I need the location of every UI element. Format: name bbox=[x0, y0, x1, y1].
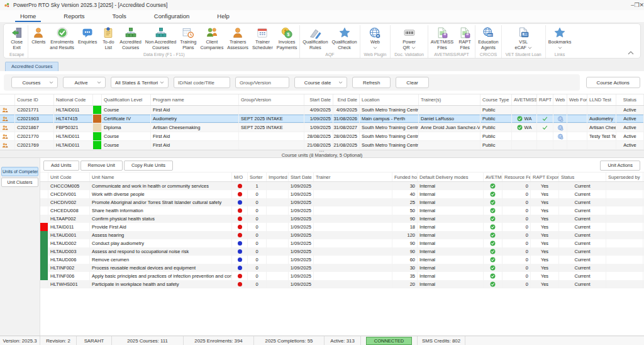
menu-item-home[interactable]: Home bbox=[6, 10, 50, 22]
ribbon-button-client-companies[interactable]: ClientCompanies bbox=[198, 25, 225, 50]
col-header-trainers[interactable]: Trainer(s) bbox=[419, 94, 480, 105]
ribbon-button-education-agents[interactable]: ABCEducationAgents bbox=[476, 25, 500, 50]
col-header-course-type[interactable]: Course Type bbox=[480, 94, 512, 105]
col-header-course-id[interactable]: Course ID bbox=[15, 94, 54, 105]
unit-row[interactable]: HLTAUD002Conduct play audiometry01/09/20… bbox=[40, 239, 644, 247]
col-header-web-form[interactable]: Web Form bbox=[567, 94, 587, 105]
unit-row[interactable]: HLTAID011Provide First Aid01/09/202518In… bbox=[40, 223, 644, 231]
id-code-title-input[interactable] bbox=[174, 77, 230, 88]
col-header-color[interactable] bbox=[40, 172, 48, 181]
col-header-unit-code[interactable]: Unit Code bbox=[48, 172, 90, 181]
state-select[interactable]: All States & Territories bbox=[111, 77, 169, 88]
col-header-superseded-by[interactable]: Superseded by bbox=[606, 172, 643, 181]
col-header-status[interactable]: Status bbox=[559, 172, 606, 181]
col-header-avetmiss[interactable]: AVETMISS bbox=[484, 172, 502, 181]
ribbon-button-non-accredited-courses[interactable]: Non AccreditedCourses bbox=[143, 25, 179, 50]
ribbon-button-vsl-ecaf[interactable]: VSLeCAF bbox=[513, 25, 534, 50]
course-row[interactable]: C2021770HLTAID011CourseFirst Aid28/08/20… bbox=[0, 132, 644, 141]
unit-row[interactable]: HLTAUD001Assess hearing01/09/2025120Inte… bbox=[40, 231, 644, 239]
ribbon-button-close-exit[interactable]: CloseExit bbox=[8, 25, 26, 50]
remove-unit-button[interactable]: Remove Unit bbox=[80, 161, 123, 171]
side-tab-unit-clusters[interactable]: Unit Clusters bbox=[1, 178, 38, 187]
ribbon-button-enrolments-and-results[interactable]: Enrolmentsand Results bbox=[48, 25, 76, 50]
unit-row[interactable]: CHCEDU008Share health information01/09/2… bbox=[40, 206, 644, 215]
ribbon-button-invoices-payments[interactable]: $$InvoicesPayments bbox=[275, 25, 299, 50]
col-header-delivery[interactable]: Default Delivery modes bbox=[418, 172, 484, 181]
refresh-button[interactable]: Refresh bbox=[352, 77, 391, 88]
ribbon-button-rapt-files[interactable]: RAPTFiles bbox=[455, 25, 474, 50]
ribbon-button-qualification-check[interactable]: QualificationCheck bbox=[330, 25, 358, 50]
col-header-sorter[interactable]: Sorter bbox=[248, 172, 267, 181]
col-header-national-code[interactable]: National Code bbox=[54, 94, 93, 105]
col-header-rapt[interactable]: RAPT bbox=[537, 94, 553, 105]
unit-row[interactable]: HLTAUD006Remove cerumen01/09/202560Inter… bbox=[40, 256, 644, 264]
col-header-llnd-test[interactable]: LLND Test bbox=[587, 94, 616, 105]
col-header-qualification-level[interactable]: Qualification Level bbox=[102, 94, 151, 105]
col-header-resource-fee[interactable]: Resource Fee bbox=[502, 172, 531, 181]
menu-item-reports[interactable]: Reports bbox=[50, 10, 98, 22]
unit-row[interactable]: HLTINF002Process reusable medical device… bbox=[40, 264, 644, 272]
unit-row[interactable]: CHCDIV001Work with diverse people01/09/2… bbox=[40, 190, 644, 198]
course-row[interactable]: C2021903HLT47415Certificate IVAudiometry… bbox=[0, 115, 644, 123]
col-header-start-date[interactable]: Start Date bbox=[289, 172, 314, 181]
col-header-rapt-export[interactable]: RAPT Export bbox=[531, 172, 559, 181]
copy-rule-units-button[interactable]: Copy Rule Units bbox=[124, 161, 173, 171]
menu-item-help[interactable]: Help bbox=[203, 10, 243, 22]
unit-row[interactable]: HLTWHS001Participate in workplace health… bbox=[40, 280, 644, 288]
course-row[interactable]: C2021867FBP50321DiplomaArtisan Cheesemak… bbox=[0, 123, 644, 132]
col-header-avetmiss[interactable]: AVETMISS bbox=[512, 94, 537, 105]
splitter-bar[interactable]: ••• Course units (8 Mandatory, 5 Optiona… bbox=[0, 150, 644, 158]
col-header-imported[interactable]: Imported bbox=[267, 172, 289, 181]
ribbon-button-enquiries[interactable]: Enquiries bbox=[76, 25, 99, 45]
unit-row[interactable]: HLTINF006Apply basic principles and prac… bbox=[40, 272, 644, 280]
col-header-end-date[interactable]: End Date bbox=[333, 94, 360, 105]
menu-item-configuration[interactable]: Configuration bbox=[140, 10, 204, 22]
cell-avetmiss bbox=[484, 239, 502, 247]
unit-row[interactable]: CHCDIV002Promote Aboriginal and/or Torre… bbox=[40, 198, 644, 206]
unit-row[interactable]: HLTAUD003Assess and respond to occupatio… bbox=[40, 247, 644, 256]
close-button[interactable]: ✕ bbox=[639, 2, 644, 8]
unit-row[interactable]: HLTAAP002Confirm physical health status0… bbox=[40, 215, 644, 223]
col-header-rowicon[interactable] bbox=[0, 94, 15, 105]
ribbon-button-bookmarks[interactable]: Bookmarks bbox=[547, 25, 574, 50]
add-units-button[interactable]: Add Units bbox=[43, 161, 79, 171]
col-header-location[interactable]: Location bbox=[360, 94, 419, 105]
ribbon-button-avetmiss-files[interactable]: AVETMISSFiles bbox=[429, 25, 455, 50]
cell-avetmiss bbox=[484, 206, 502, 215]
course-row[interactable]: C2021769HLTAID011CourseFirst Aid21/08/20… bbox=[0, 141, 644, 150]
ribbon-collapse-button[interactable] bbox=[628, 51, 634, 55]
col-header-web[interactable]: Web bbox=[553, 94, 567, 105]
status-select[interactable]: Active bbox=[63, 77, 106, 88]
col-header-funded-hours[interactable]: Funded hours bbox=[392, 172, 418, 181]
ribbon-button-trainers-assessors[interactable]: TrainersAssessors bbox=[225, 25, 250, 50]
col-header-level-color[interactable] bbox=[93, 94, 102, 105]
menu-item-tools[interactable]: Tools bbox=[99, 10, 140, 22]
ribbon-button-power-qr[interactable]: PowerQR bbox=[400, 25, 419, 50]
clear-button[interactable]: Clear bbox=[396, 77, 429, 88]
ribbon-button-trainer-scheduler[interactable]: TrainerScheduler bbox=[250, 25, 275, 50]
course-actions-button[interactable]: Course Actions bbox=[586, 77, 640, 88]
col-header-mo[interactable]: M/O bbox=[232, 172, 248, 181]
ribbon-button-label: InvoicesPayments bbox=[277, 40, 297, 50]
ribbon-button-clients[interactable]: Clients bbox=[29, 25, 48, 45]
course-row[interactable]: C2021771HLTAID011CourseFirst Aid4/09/202… bbox=[0, 106, 644, 115]
col-header-status[interactable]: Status bbox=[616, 94, 644, 105]
unit-row[interactable]: CHCCOM005Communicate and work in health … bbox=[40, 182, 644, 190]
ribbon-button-web[interactable]: Web bbox=[365, 25, 384, 50]
ribbon-button-accredited-courses[interactable]: AccreditedCourses bbox=[118, 25, 143, 50]
side-tab-units-of-competency[interactable]: Units of Competency bbox=[1, 167, 38, 176]
col-header-unit-name[interactable]: Unit Name bbox=[90, 172, 232, 181]
scope-select[interactable]: Courses bbox=[11, 77, 58, 88]
ribbon-button-to-do-list[interactable]: To-doList bbox=[99, 25, 118, 50]
col-header-program-name[interactable]: Program name bbox=[151, 94, 239, 105]
date-field-select[interactable]: Course date bbox=[294, 77, 347, 88]
group-version-input[interactable] bbox=[235, 77, 289, 88]
col-header-trainer[interactable]: Trainer bbox=[314, 172, 392, 181]
unit-actions-button[interactable]: Unit Actions bbox=[600, 161, 640, 171]
doc-tab-accredited-courses[interactable]: Accredited Courses bbox=[5, 62, 58, 71]
col-header-group-version[interactable]: Group/Version bbox=[239, 94, 304, 105]
ribbon-button-training-plans[interactable]: TrainingPlans bbox=[178, 25, 198, 50]
ribbon-button-qualification-rules[interactable]: QualificationRules bbox=[301, 25, 330, 50]
col-header-start-date[interactable]: Start Date bbox=[304, 94, 333, 105]
cell-national-code: HLTAID011 bbox=[54, 132, 93, 140]
